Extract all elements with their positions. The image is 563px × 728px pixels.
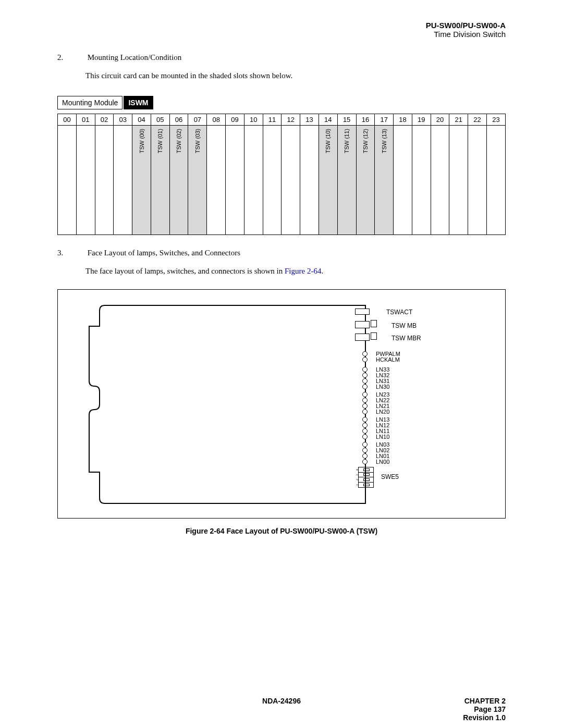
slot-cell — [394, 126, 412, 235]
slot-header: 01 — [76, 114, 95, 126]
slot-header: 21 — [449, 114, 468, 126]
lamp-hole — [362, 442, 368, 447]
lamp-hole — [362, 434, 368, 439]
lamp-hole — [362, 392, 368, 397]
lamp-hole — [362, 357, 368, 362]
slot-cell: TSW (11) — [337, 126, 356, 235]
slot-label: TSW (00) — [139, 129, 145, 153]
mounting-module-row: Mounting ModuleISWM — [57, 96, 506, 109]
card-outline — [84, 300, 376, 509]
slot-label: TSW (12) — [362, 129, 369, 153]
lamp-hole — [362, 453, 368, 459]
lamp-hole — [362, 448, 368, 453]
lamp-hole — [362, 428, 368, 434]
slot-header: 08 — [207, 114, 226, 126]
slot-label: TSW (10) — [325, 129, 331, 153]
lamp-label: LN00 — [376, 459, 389, 465]
swe5-switch: 4 3 2 1 — [358, 467, 374, 488]
lamp-hole — [362, 459, 368, 464]
section-paragraph: This circuit card can be mounted in the … — [85, 71, 506, 80]
slot-cell — [468, 126, 487, 235]
slot-cell: TSW (10) — [319, 126, 337, 235]
section-title: Face Layout of lamps, Switches, and Conn… — [88, 249, 240, 257]
slot-cell — [226, 126, 244, 235]
lamp-hole — [362, 351, 368, 356]
slot-label: TSW (01) — [157, 129, 163, 153]
slot-header-row: 0001020304050607080910111213141516171819… — [58, 114, 506, 126]
slot-cell — [58, 126, 77, 235]
section-3: 3. Face Layout of lamps, Switches, and C… — [57, 249, 506, 276]
lamp-label: HCKALM — [376, 356, 400, 363]
lamp-hole — [362, 384, 368, 389]
slot-header: 16 — [356, 114, 375, 126]
slot-label: TSW (02) — [176, 129, 182, 153]
slot-header: 17 — [375, 114, 394, 126]
figure-link[interactable]: Figure 2-64 — [285, 267, 321, 275]
slot-header: 04 — [132, 114, 151, 126]
lamp-hole — [362, 367, 368, 372]
mounting-module-label: Mounting Module — [57, 96, 123, 109]
slot-cell — [114, 126, 132, 235]
slot-header: 12 — [282, 114, 300, 126]
section-number: 3. — [57, 249, 85, 257]
tswact-label: TSWACT — [386, 309, 412, 316]
tsw-mbr-base — [355, 334, 370, 341]
slot-cell — [244, 126, 263, 235]
slot-header: 10 — [244, 114, 263, 126]
slot-header: 18 — [394, 114, 412, 126]
slot-header: 07 — [188, 114, 207, 126]
lamp-label: LN20 — [376, 409, 389, 415]
slot-label: TSW (11) — [344, 129, 350, 153]
slot-cell: TSW (13) — [375, 126, 394, 235]
lamp-hole — [362, 398, 368, 403]
section-title: Mounting Location/Condition — [88, 53, 181, 61]
slot-header: 05 — [151, 114, 169, 126]
swe5-label: SWE5 — [381, 473, 399, 480]
lamp-label: LN10 — [376, 434, 389, 440]
doc-subtitle: Time Division Switch — [57, 30, 506, 39]
slot-header: 00 — [58, 114, 77, 126]
doc-model: PU-SW00/PU-SW00-A — [57, 21, 506, 30]
figure-box: TSWACT TSW MB TSW MBR 4 3 2 1 SWE5 PWPAL… — [57, 289, 506, 519]
slot-header: 13 — [300, 114, 319, 126]
slot-cell: TSW (02) — [169, 126, 188, 235]
doc-number: NDA-24296 — [262, 697, 301, 705]
slot-header: 06 — [169, 114, 188, 126]
slot-cell — [95, 126, 114, 235]
slot-header: 14 — [319, 114, 337, 126]
lamp-hole — [362, 417, 368, 422]
mounting-module-name: ISWM — [124, 96, 153, 109]
lamp-hole — [362, 378, 368, 384]
slot-cell — [449, 126, 468, 235]
slot-cell — [76, 126, 95, 235]
slot-header: 23 — [486, 114, 505, 126]
tsw-mbr-switch — [371, 332, 377, 340]
slot-cell — [282, 126, 300, 235]
slot-header: 03 — [114, 114, 132, 126]
slot-cell: TSW (03) — [188, 126, 207, 235]
slot-body-row: TSW (00)TSW (01)TSW (02)TSW (03)TSW (10)… — [58, 126, 506, 235]
slot-header: 19 — [412, 114, 431, 126]
section-paragraph: The face layout of lamps, switches, and … — [85, 267, 506, 276]
chapter-label: CHAPTER 2 — [463, 697, 506, 705]
slot-cell — [300, 126, 319, 235]
page-number: Page 137 — [463, 705, 506, 713]
slot-cell — [263, 126, 282, 235]
slot-header: 11 — [263, 114, 282, 126]
slot-cell — [207, 126, 226, 235]
tsw-mb-base — [355, 321, 370, 328]
section-number: 2. — [57, 53, 85, 62]
slot-table: 0001020304050607080910111213141516171819… — [57, 114, 506, 235]
lamp-hole — [362, 423, 368, 428]
slot-cell: TSW (12) — [356, 126, 375, 235]
slot-header: 09 — [226, 114, 244, 126]
tsw-mb-switch — [371, 320, 377, 327]
lamp-hole — [362, 409, 368, 414]
lamp-hole — [362, 403, 368, 409]
lamp-hole — [362, 373, 368, 378]
slot-cell: TSW (01) — [151, 126, 169, 235]
slot-header: 15 — [337, 114, 356, 126]
slot-label: TSW (03) — [194, 129, 201, 153]
slot-cell — [431, 126, 449, 235]
slot-header: 22 — [468, 114, 487, 126]
